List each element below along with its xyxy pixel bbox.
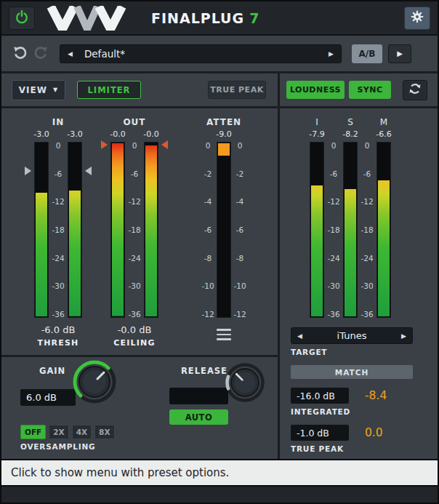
scale-tick: 0	[132, 142, 137, 149]
momentary-letter: M	[376, 117, 391, 129]
scale-tick: -18	[361, 226, 373, 233]
gain-knob[interactable]	[71, 359, 118, 408]
out-meter-right	[144, 142, 158, 318]
loudness-toggle[interactable]: LOUDNESS	[286, 81, 345, 99]
scale-tick: -24	[128, 255, 140, 262]
oversampling-buttons: OFF 2X 4X 8X	[20, 425, 115, 439]
lsm-letters: I S M	[310, 117, 391, 129]
scale-tick: -2	[236, 170, 243, 177]
release-auto-toggle[interactable]: AUTO	[169, 409, 228, 425]
ceiling-marker-left-icon[interactable]	[101, 140, 108, 149]
true-peak-target-field[interactable]: -1.0 dB	[291, 425, 349, 441]
scale-tick: -30	[361, 282, 373, 289]
out-values: -0.0 -0.0	[110, 129, 158, 140]
threshold-label: THRESH	[37, 338, 78, 348]
momentary-meter-fill	[378, 180, 390, 316]
scale-tick: -30	[52, 282, 64, 289]
out-label: OUT	[123, 117, 145, 129]
scale-tick: -6	[330, 170, 337, 177]
undo-button[interactable]	[10, 44, 31, 64]
atten-bars: 0-2-4-6-8-10-12 0-2-4-6-8-10-12	[199, 142, 249, 318]
ceiling-marker-right-icon[interactable]	[161, 140, 168, 149]
true-peak-toggle[interactable]: TRUE PEAK	[208, 81, 266, 99]
target-label: TARGET	[291, 348, 413, 356]
threshold-marker-right-icon[interactable]	[85, 167, 92, 175]
true-peak-row: -1.0 dB 0.0	[291, 425, 413, 441]
atten-meter-group: ATTEN -9.0 0-2-4-6-8-10-12 0-2-4-6-8-10-…	[199, 117, 249, 318]
oversampling-4x-button[interactable]: 4X	[72, 425, 92, 439]
gain-value-field[interactable]: 6.0 dB	[20, 389, 76, 406]
preset-next-icon[interactable]: ▶	[329, 50, 334, 57]
ceiling-label: CEILING	[113, 338, 155, 348]
limiter-toggle[interactable]: LIMITER	[77, 81, 141, 99]
atten-value: -9.0	[217, 129, 231, 140]
power-button[interactable]	[9, 7, 35, 30]
scale-tick: 0	[56, 142, 61, 149]
scale-tick: -10	[233, 282, 246, 289]
hamburger-icon	[217, 334, 231, 336]
scale-tick: 0	[206, 142, 211, 149]
out-scale: 0-6-12-18-24-30-36	[125, 142, 144, 318]
status-bar[interactable]: Click to show menu with preset options.	[1, 459, 438, 485]
lsm-bars: 0-6-12-18-24-30-36 0-6-12-18-24-30-36	[310, 142, 391, 318]
scale-tick: -8	[204, 255, 212, 262]
target-prev-icon[interactable]: ◀	[297, 332, 302, 340]
undo-icon	[12, 44, 29, 64]
scale-tick: -8	[236, 255, 243, 262]
scale-tick: -18	[52, 226, 64, 233]
target-selector[interactable]: ◀ iTunes ▶	[291, 327, 413, 344]
threshold-marker-left-icon[interactable]	[25, 167, 31, 175]
meters-area: IN -3.0 -3.0 0-6-12-18-24-30-36	[1, 108, 278, 357]
scale-tick: -6	[204, 226, 212, 233]
atten-label: ATTEN	[206, 117, 241, 129]
preset-selector[interactable]: ◀ Default* ▶	[60, 44, 342, 63]
oversampling-2x-button[interactable]: 2X	[49, 425, 68, 439]
integrated-meter-fill	[311, 185, 323, 316]
sync-toggle[interactable]: SYNC	[349, 81, 391, 99]
scale-tick: -12	[233, 311, 246, 318]
reset-meters-button[interactable]	[403, 80, 427, 100]
in-meter-left-fill	[36, 193, 47, 316]
release-knob[interactable]	[224, 361, 266, 407]
preset-prev-icon[interactable]: ◀	[68, 50, 73, 57]
oversampling-off-button[interactable]: OFF	[20, 425, 46, 439]
in-label: IN	[52, 117, 65, 129]
view-label: VIEW	[19, 85, 47, 95]
integrated-row: -16.0 dB -8.4	[291, 388, 413, 404]
preset-row: ◀ Default* ▶ A/B ▶	[1, 36, 438, 73]
preset-menu-button[interactable]: ▶	[388, 44, 411, 63]
in-value-left: -3.0	[34, 129, 49, 140]
release-value-field[interactable]	[169, 388, 228, 404]
atten-scale-left: 0-2-4-6-8-10-12	[199, 142, 217, 318]
target-next-icon[interactable]: ▶	[401, 332, 406, 340]
controls-area: GAIN 6.0 dB RELEASE	[1, 357, 278, 459]
match-button[interactable]: MATCH	[291, 365, 413, 379]
oversampling-label: OVERSAMPLING	[20, 442, 95, 451]
scale-tick: -2	[204, 170, 212, 177]
power-icon	[14, 9, 30, 28]
redo-button[interactable]	[31, 44, 51, 64]
limiter-panel: IN -3.0 -3.0 0-6-12-18-24-30-36	[1, 108, 280, 459]
threshold-readout[interactable]: -6.0 dB	[41, 324, 76, 336]
atten-menu-button[interactable]	[210, 326, 238, 343]
scale-tick: 0	[238, 142, 243, 149]
scale-tick: -6	[236, 226, 243, 233]
ceiling-readout[interactable]: -0.0 dB	[118, 324, 152, 336]
brand-logo	[45, 6, 142, 31]
ab-compare-button[interactable]: A/B	[352, 44, 382, 63]
page-title: FINALPLUG 7	[151, 10, 259, 26]
plugin-window: FINALPLUG 7	[0, 0, 439, 504]
lsm-values: -7.9 -8.2 -6.6	[310, 129, 391, 140]
chevron-down-icon: ▼	[53, 87, 58, 93]
settings-button[interactable]	[404, 7, 430, 30]
lsm-meter-group: I S M -7.9 -8.2 -6.6 0-6-	[310, 117, 391, 318]
scale-tick: -36	[327, 311, 339, 318]
in-values: -3.0 -3.0	[34, 129, 82, 140]
lsm-scale-1: 0-6-12-18-24-30-36	[324, 142, 343, 318]
scale-tick: -30	[327, 282, 339, 289]
view-menu-button[interactable]: VIEW ▼	[12, 80, 65, 100]
integrated-label: INTEGRATED	[291, 407, 413, 416]
short-term-value: -8.2	[343, 129, 358, 140]
integrated-target-field[interactable]: -16.0 dB	[291, 388, 349, 404]
oversampling-8x-button[interactable]: 8X	[94, 425, 114, 439]
